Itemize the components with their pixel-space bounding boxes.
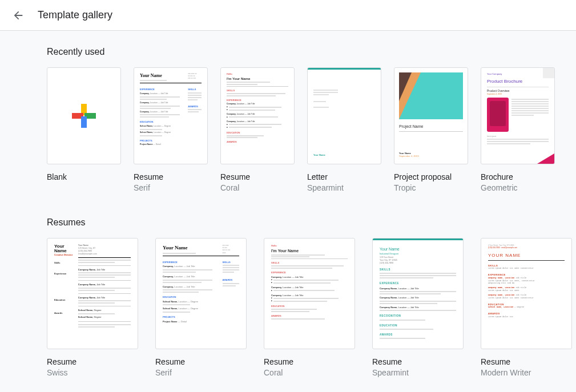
template-card-resume-serif-2[interactable]: Your Name xxx xxxxxx xxxxxx xx xxxxxxx E…: [155, 238, 247, 377]
thumb-resume-serif: Your Name xxx xxxx xxxx xxx xxxxx xx xxx…: [134, 67, 208, 164]
card-title: Resume: [134, 172, 208, 181]
content-area: Recently used Blank Your Name xxx xxxx x…: [0, 31, 576, 392]
section-title-recent: Recently used: [47, 47, 529, 57]
card-sub: Tropic: [394, 183, 468, 192]
page-title: Template gallery: [38, 9, 112, 21]
card-sub: Modern Writer: [481, 368, 572, 377]
template-card-project-proposal[interactable]: Project Name Your NameSeptember 4, 20XX …: [394, 67, 468, 192]
template-card-resume-coral[interactable]: Hello I'm Your Name SKILLS EXPERIENCE Co…: [220, 67, 295, 192]
thumb-resume-coral-2: Hello I'm Your Name SKILLS EXPERIENCE Co…: [264, 238, 355, 349]
thumb-letter-spearmint: Your Name: [307, 67, 381, 164]
card-sub: Serif: [134, 183, 208, 192]
header-bar: Template gallery: [0, 0, 576, 31]
card-title: Blank: [47, 172, 121, 181]
thumb-resume-serif-2: Your Name xxx xxxxxx xxxxxx xx xxxxxxx E…: [155, 238, 247, 349]
card-sub: Spearmint: [307, 183, 381, 192]
card-sub: Coral: [264, 368, 355, 377]
card-sub: Coral: [220, 183, 295, 192]
card-title: Letter: [307, 172, 381, 181]
plus-icon: [72, 104, 96, 128]
thumb-resume-modern-writer: 4 Your Street, Your City, ST 12345 (123)…: [481, 238, 572, 349]
card-title: Resume: [155, 357, 247, 366]
card-title: Brochure: [481, 172, 555, 181]
card-title: Resume: [47, 357, 138, 366]
card-title: Resume: [372, 357, 464, 366]
template-card-resume-spearmint[interactable]: Your Name Industrial Designer 123 Your S…: [372, 238, 464, 377]
card-title: Resume: [481, 357, 572, 366]
arrow-left-icon: [12, 9, 25, 22]
card-sub: Swiss: [47, 368, 138, 377]
template-card-letter-spearmint[interactable]: Your Name Letter Spearmint: [307, 67, 381, 192]
thumb-resume-coral: Hello I'm Your Name SKILLS EXPERIENCE Co…: [220, 67, 295, 164]
template-card-brochure[interactable]: Your Company Product Brochure Product Ov…: [481, 67, 555, 192]
thumb-blank: [47, 67, 121, 164]
template-card-resume-modern-writer[interactable]: 4 Your Street, Your City, ST 12345 (123)…: [481, 238, 572, 377]
card-title: Resume: [220, 172, 295, 181]
thumb-brochure: Your Company Product Brochure Product Ov…: [481, 67, 555, 164]
thumb-resume-swiss: YourName Creative Director Skills Experi…: [47, 238, 138, 349]
row-resumes: YourName Creative Director Skills Experi…: [47, 238, 529, 377]
card-title: Resume: [264, 357, 355, 366]
thumb-project-proposal: Project Name Your NameSeptember 4, 20XX: [394, 67, 468, 164]
card-title: Project proposal: [394, 172, 468, 181]
card-sub: Geometric: [481, 183, 555, 192]
row-recent: Blank Your Name xxx xxxx xxxx xxx xxxxx …: [47, 67, 529, 192]
template-card-resume-serif[interactable]: Your Name xxx xxxx xxxx xxx xxxxx xx xxx…: [134, 67, 208, 192]
back-button[interactable]: [7, 4, 30, 27]
template-card-blank[interactable]: Blank: [47, 67, 121, 192]
template-card-resume-coral-2[interactable]: Hello I'm Your Name SKILLS EXPERIENCE Co…: [264, 238, 355, 377]
card-sub: Serif: [155, 368, 247, 377]
template-card-resume-swiss[interactable]: YourName Creative Director Skills Experi…: [47, 238, 138, 377]
thumb-resume-spearmint: Your Name Industrial Designer 123 Your S…: [372, 238, 464, 349]
section-title-resumes: Resumes: [47, 217, 529, 228]
card-sub: Spearmint: [372, 368, 464, 377]
